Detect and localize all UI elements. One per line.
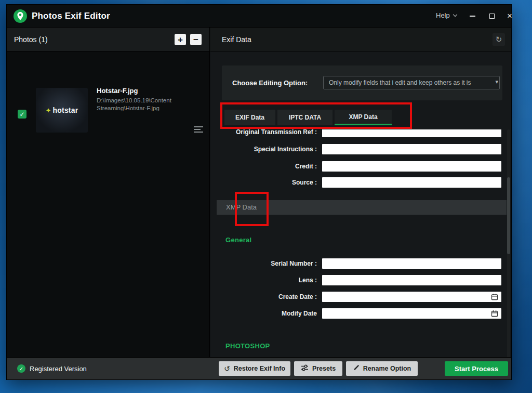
editing-option-label: Choose Editing Option: [232,79,308,87]
photos-count-title: Photos (1) [14,35,48,44]
minimize-button[interactable] [465,9,480,23]
exif-panel: Exif Data ↻ Choose Editing Option: Only … [210,28,511,357]
calendar-icon[interactable] [491,293,498,300]
group-label-photoshop: PHOTOSHOP [225,342,270,350]
sliders-icon [301,364,309,373]
check-icon: ✓ [19,366,23,372]
form-scrollbar-thumb[interactable] [507,177,510,254]
calendar-icon[interactable] [491,310,498,317]
help-label: Help [436,11,450,19]
photo-thumbnail: ✦ hotstar [36,88,88,133]
editing-option-dropdown[interactable]: Only modify fields that i edit and keep … [323,76,500,89]
app-logo-icon [14,9,27,23]
field-label: Create Date : [210,292,317,302]
field-label: Modify Date [210,308,317,319]
field-row-lens: Lens : [210,275,501,285]
registered-check-icon: ✓ [17,364,25,373]
metadata-tabs: EXIF Data IPTC DATA XMP Data [210,110,511,125]
photos-panel-header: Photos (1) + − [7,28,209,51]
field-label: Serial Number : [210,258,317,269]
refresh-icon: ↻ [496,35,502,44]
field-row-credit: Credit : [210,161,501,172]
photo-path-line2: Streaming\Hotstar-F.jpg [97,105,159,111]
modify-date-input[interactable] [322,308,501,319]
photo-item-menu-icon[interactable] [194,126,203,133]
restore-button-label: Restore Exif Info [234,365,285,372]
tab-xmp-data[interactable]: XMP Data [335,110,392,125]
special-instructions-input[interactable] [322,144,501,154]
field-label: Credit : [210,161,317,172]
hotstar-star-icon: ✦ [46,107,51,114]
close-button[interactable]: × [502,9,517,23]
field-row-source: Source : [210,177,501,188]
titlebar: Photos Exif Editor Help × [7,5,511,28]
lens-input[interactable] [322,275,501,285]
remove-photos-button[interactable]: − [190,34,202,45]
editing-option-card: Choose Editing Option: Only modify field… [222,66,502,100]
field-row-serial-number: Serial Number : [210,258,501,269]
credit-input[interactable] [322,161,501,172]
field-row-modify-date: Modify Date [210,308,501,319]
start-process-button[interactable]: Start Process [445,361,508,376]
photo-path-line1: D:\Images\10.05.19\Content [97,97,171,103]
create-date-input[interactable] [322,292,501,302]
photo-list-item[interactable]: ✓ ✦ hotstar Hotstar-F.jpg D:\Images\10.0… [7,60,209,138]
photo-checkbox[interactable]: ✓ [18,110,26,119]
exif-panel-title: Exif Data [222,35,251,44]
tab-exif-data[interactable]: EXIF Data [224,110,275,125]
photos-panel: Photos (1) + − ✓ ✦ hotstar Hotstar-F.jpg… [7,28,210,357]
check-icon: ✓ [19,111,24,118]
app-window: Photos Exif Editor Help × Photos (1) + −… [6,4,512,380]
help-menu[interactable]: Help [436,11,457,19]
field-label: Special Instructions : [210,144,317,154]
form-scrollbar[interactable] [507,129,510,358]
restore-icon: ↺ [224,364,230,373]
metadata-form: Original Transmission Ref : Special Inst… [210,129,511,358]
field-label: Original Transmission Ref : [210,129,317,137]
refresh-button[interactable]: ↻ [493,33,505,46]
source-input[interactable] [322,177,501,188]
tab-iptc-data[interactable]: IPTC DATA [277,110,332,125]
photo-filename: Hotstar-F.jpg [97,87,138,95]
footer-bar: ✓ Registered Version ↺ Restore Exif Info… [7,357,511,379]
serial-number-input[interactable] [322,258,501,269]
add-photos-button[interactable]: + [175,34,186,45]
field-row-create-date: Create Date : [210,292,501,302]
thumbnail-brand-text: hotstar [53,106,78,114]
minimize-icon [470,16,475,17]
close-icon: × [507,11,512,21]
start-button-label: Start Process [455,365,498,373]
rename-button-label: Rename Option [363,365,411,372]
field-row-special-instructions: Special Instructions : [210,144,501,154]
restore-exif-info-button[interactable]: ↺ Restore Exif Info [219,361,290,376]
presets-button[interactable]: Presets [294,361,342,376]
xmp-section-header: XMP Data [217,200,507,215]
presets-button-label: Presets [312,365,336,372]
original-transmission-ref-input[interactable] [322,129,501,137]
pencil-icon [353,364,360,373]
registered-version-label: Registered Version [30,365,87,373]
exif-panel-header: Exif Data ↻ [210,28,511,51]
chevron-down-icon [453,12,457,17]
desktop-background: Photos Exif Editor Help × Photos (1) + −… [0,0,532,393]
field-label: Lens : [210,275,317,285]
window-title: Photos Exif Editor [32,11,110,21]
group-label-general: General [225,236,252,244]
dropdown-caret-icon: ▾ [495,78,498,85]
rename-option-button[interactable]: Rename Option [346,361,418,376]
field-label: Source : [210,177,317,188]
field-row-original-transmission-ref: Original Transmission Ref : [210,129,501,137]
maximize-button[interactable] [485,9,499,23]
maximize-icon [489,14,495,19]
